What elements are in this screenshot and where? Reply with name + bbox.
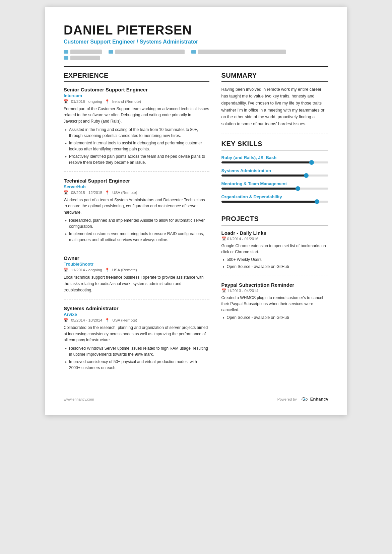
skill-4-fill (221, 201, 318, 203)
job-1-bullet-3: Proactively identified pain points acros… (65, 153, 209, 165)
job-4: Systems Administrator Arvixe 📅 05/2014 -… (64, 305, 209, 371)
footer: www.enhancv.com Powered by Enhancv (64, 397, 328, 402)
summary-skills-divider (221, 134, 329, 134)
job-1-desc: Formed part of the Customer Support team… (64, 106, 209, 125)
job-1-title: Senior Customer Support Engineer (64, 87, 209, 92)
project-1-bullet-2: Open Source - available on GitHub (223, 264, 329, 270)
footer-powered-by: Powered by Enhancv (277, 397, 328, 402)
header-divider (64, 66, 328, 67)
job-2-bullets: Researched, planned and implemented Ansi… (64, 217, 209, 243)
skill-3-bar (221, 188, 329, 190)
job-2-title: Technical Support Engineer (64, 178, 209, 184)
job-4-bullet-2: Improved consistency of 50+ physical and… (65, 359, 209, 371)
project-1-dates: 📅 01/2014 - 01/2016 (221, 236, 329, 241)
skill-4-name: Organization & Dependability (221, 194, 329, 199)
resume-page: DANIEL PIETERSEN Customer Support Engine… (45, 7, 347, 415)
job-2-company: ServerHub (64, 184, 209, 189)
left-column: EXPERIENCE Senior Customer Support Engin… (64, 72, 209, 383)
skills-divider (221, 150, 329, 150)
skill-3: Mentoring & Team Management (221, 181, 329, 190)
calendar-icon-p1: 📅 (221, 237, 226, 241)
skill-4-bar (221, 201, 329, 203)
job-3: Owner TroubleShootr 📅 11/2014 - ongoing … (64, 255, 209, 293)
projects-divider (221, 225, 329, 225)
calendar-icon-1: 📅 (64, 99, 68, 104)
address-value: ██████████ ████████████ ████████ (198, 50, 286, 54)
job-3-location: USA (Remote) (112, 268, 137, 272)
calendar-icon-2: 📅 (64, 190, 68, 195)
project-1-bullets: 500+ Weekly Users Open Source - availabl… (221, 257, 329, 270)
project-1: Loadr - Daily Links 📅 01/2014 - 01/2016 … (221, 230, 329, 270)
candidate-title: Customer Support Engineer / Systems Admi… (64, 39, 328, 45)
email-icon (109, 50, 113, 54)
skill-1-dot (309, 160, 314, 165)
experience-divider (64, 81, 209, 82)
header: DANIEL PIETERSEN Customer Support Engine… (64, 23, 328, 60)
job-3-company: TroubleShootr (64, 262, 209, 267)
job-4-desc: Collaborated on the research, planning a… (64, 325, 209, 343)
project-2-desc: Created a WHMCS plugin to remind custome… (221, 295, 329, 313)
job-4-meta: 📅 05/2014 - 10/2014 📍 USA (Remote) (64, 318, 209, 323)
skill-2: Systems Administration (221, 168, 329, 177)
job-4-bullets: Resolved Windows Server uptime issues re… (64, 345, 209, 371)
main-content: EXPERIENCE Senior Customer Support Engin… (64, 72, 328, 383)
skill-2-dot (304, 173, 309, 178)
job-1-company: Intercom (64, 93, 209, 98)
calendar-icon-3: 📅 (64, 268, 68, 272)
summary-section-title: SUMMARY (221, 72, 329, 79)
job-3-title: Owner (64, 255, 209, 261)
skills-projects-divider (221, 209, 329, 209)
job-1: Senior Customer Support Engineer Interco… (64, 87, 209, 165)
project-divider-1 (221, 276, 329, 276)
skill-4-dot (315, 199, 319, 204)
job-1-location: Ireland (Remote) (112, 99, 141, 103)
job-divider-1 (64, 171, 209, 172)
job-1-bullet-1: Assisted in the hiring and scaling of th… (65, 127, 209, 139)
contact-phone: ███████████ (64, 50, 102, 54)
project-1-title: Loadr - Daily Links (221, 230, 329, 236)
job-divider-4 (64, 377, 209, 377)
skill-2-bar (221, 175, 329, 177)
skill-1: Ruby (and Rails), JS, Bash (221, 155, 329, 163)
calendar-icon-4: 📅 (64, 318, 68, 323)
job-2-meta: 📅 08/2015 - 12/2015 📍 USA (Remote) (64, 190, 209, 195)
job-2-bullet-2: Implemented custom server monitoring too… (65, 231, 209, 243)
phone-value: ███████████ (70, 50, 102, 54)
skill-1-bar (221, 161, 329, 163)
skill-4: Organization & Dependability (221, 194, 329, 203)
job-2-bullet-1: Researched, planned and implemented Ansi… (65, 217, 209, 229)
right-column: SUMMARY Having been involved in remote w… (221, 72, 329, 383)
skill-1-name: Ruby (and Rails), JS, Bash (221, 155, 329, 160)
job-1-bullet-2: Implemented internal tools to assist in … (65, 140, 209, 152)
skill-3-name: Mentoring & Team Management (221, 181, 329, 186)
experience-section-title: EXPERIENCE (64, 72, 209, 79)
job-1-dates: 01/2016 - ongoing (71, 99, 102, 103)
candidate-name: DANIEL PIETERSEN (64, 23, 328, 38)
job-3-dates: 11/2014 - ongoing (71, 268, 102, 272)
enhancv-brand-name: Enhancv (310, 397, 328, 402)
project-2-bullet-1: Open Source - available on GitHub (223, 315, 329, 321)
calendar-icon-p2: 📅 (221, 289, 226, 293)
web-value: ████ ██████ (70, 56, 100, 60)
contact-email: ████████████████████ ████ (109, 50, 185, 54)
project-1-desc: Google Chrome extension to open set list… (221, 243, 329, 255)
skill-2-fill (221, 175, 307, 177)
job-2-desc: Worked as part of a team of System Admin… (64, 197, 209, 216)
powered-by-label: Powered by (277, 397, 297, 401)
job-2-dates: 08/2015 - 12/2015 (71, 191, 102, 195)
web-icon (64, 56, 68, 60)
job-divider-3 (64, 299, 209, 299)
skill-1-fill (221, 161, 313, 163)
project-2-bullets: Open Source - available on GitHub (221, 315, 329, 321)
enhancv-logo-icon (301, 397, 308, 402)
job-4-bullet-1: Resolved Windows Server uptime issues re… (65, 345, 209, 357)
job-1-meta: 📅 01/2016 - ongoing 📍 Ireland (Remote) (64, 99, 209, 104)
contact-row: ███████████ ████████████████████ ████ ██… (64, 50, 328, 60)
job-1-bullets: Assisted in the hiring and scaling of th… (64, 127, 209, 165)
skill-2-name: Systems Administration (221, 168, 329, 173)
job-4-location: USA (Remote) (112, 318, 137, 322)
project-2-title: Paypal Subscription Reminder (221, 282, 329, 288)
phone-icon (64, 50, 68, 54)
summary-text: Having been involved in remote work my e… (221, 86, 329, 128)
pin-icon-1: 📍 (105, 99, 110, 104)
